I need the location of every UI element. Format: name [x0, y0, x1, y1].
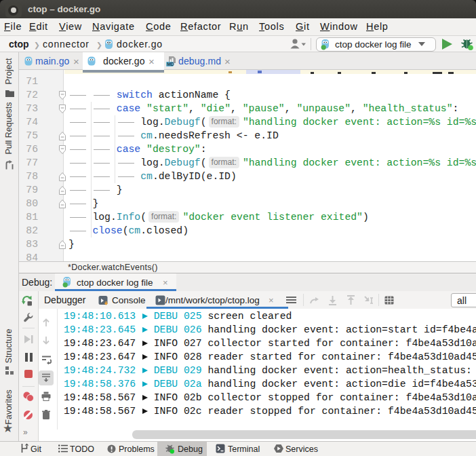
svg-text:MD: MD: [167, 62, 174, 66]
